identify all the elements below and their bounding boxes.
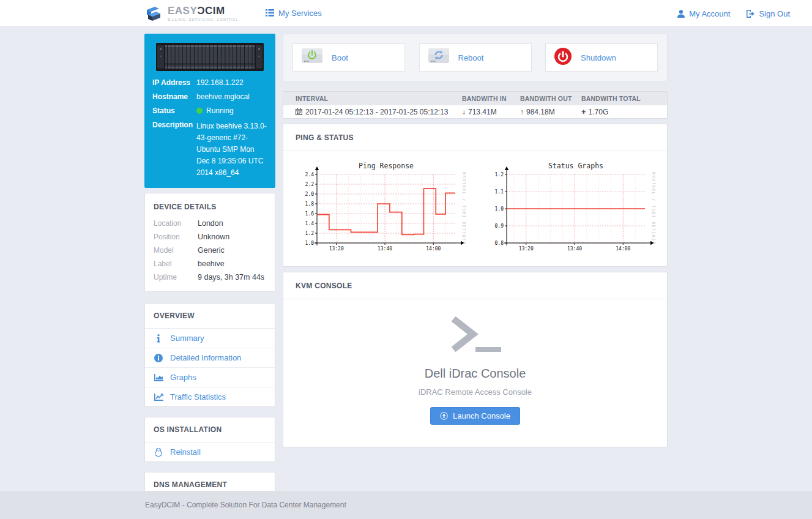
status-graph-chart: 0.80.91.01.11.213:2013:4014:00Status Gra…: [485, 161, 656, 254]
shutdown-button[interactable]: Shutdown: [545, 43, 658, 72]
arrow-circle-up-icon: [440, 412, 448, 420]
svg-text:1.2: 1.2: [305, 231, 314, 236]
nav-sign-out[interactable]: Sign Out: [746, 9, 790, 18]
sidebar-item-traffic-statistics[interactable]: Traffic Statistics: [145, 387, 275, 406]
overview-menu-title: OVERVIEW: [145, 304, 275, 329]
svg-text:1.4: 1.4: [305, 221, 314, 226]
bandwidth-table: INTERVAL BANDWITH IN BANDWITH OUT BANDWI…: [283, 91, 668, 119]
ping-status-title: PING & STATUS: [283, 124, 667, 151]
device-details-panel: DEVICE DETAILS Location London Position …: [144, 193, 275, 292]
detail-row-position: Position Unknown: [154, 233, 266, 241]
terminal-icon: [449, 316, 502, 354]
main-content: Boot Reboot: [283, 34, 668, 519]
svg-text:1.0: 1.0: [305, 241, 314, 246]
device-details-title: DEVICE DETAILS: [154, 203, 266, 211]
plus-icon: +: [581, 107, 586, 116]
sidebar-item-reinstall[interactable]: Reinstall: [145, 442, 275, 461]
svg-text:Ping Response: Ping Response: [358, 162, 413, 170]
bandwith-in-value: 713.41M: [468, 108, 497, 116]
linux-penguin-icon: [154, 448, 163, 457]
calendar-icon: [296, 108, 302, 115]
svg-text:1.0: 1.0: [494, 206, 504, 212]
col-interval: INTERVAL: [283, 95, 462, 102]
ping-status-panel: PING & STATUS 1.01.21.41.61.82.02.22.413…: [283, 124, 668, 267]
svg-text:13:20: 13:20: [518, 246, 533, 252]
nav-my-services[interactable]: My Services: [266, 9, 322, 18]
bandwidth-table-row: 2017-01-24 05:12:13 - 2017-01-25 05:12:1…: [283, 105, 667, 118]
status-label: Status: [152, 106, 196, 116]
detail-row-location: Location London: [154, 219, 266, 228]
reboot-icon: [428, 47, 450, 68]
col-bandwith-in: BANDWITH IN: [462, 95, 520, 102]
info-icon: [154, 334, 163, 343]
user-icon: [677, 10, 685, 18]
hostname-value: beehive.mglocal: [196, 92, 267, 102]
detail-row-uptime: Uptime 9 days, 3h 37m 44s: [154, 273, 266, 282]
bandwidth-table-header: INTERVAL BANDWITH IN BANDWITH OUT BANDWI…: [283, 92, 667, 105]
sidebar-item-summary[interactable]: Summary: [145, 329, 275, 348]
col-bandwith-total: BANDWITH TOTAL: [581, 95, 667, 102]
info-circle-icon: [154, 354, 163, 362]
nav-my-account[interactable]: My Account: [677, 9, 730, 18]
svg-text:0.9: 0.9: [494, 223, 504, 229]
svg-text:14:00: 14:00: [616, 246, 630, 252]
svg-text:14:00: 14:00: [426, 246, 441, 252]
logo-wordmark: EASYƆCIM: [168, 5, 225, 17]
kvm-heading: Dell iDrac Console: [283, 367, 667, 381]
launch-console-button[interactable]: Launch Console: [430, 407, 520, 425]
download-arrow-icon: ↓: [462, 108, 466, 116]
svg-text:2.0: 2.0: [305, 192, 314, 197]
kvm-console-title: KVM CONSOLE: [283, 272, 667, 299]
sidebar-item-detailed-information[interactable]: Detailed Information: [145, 348, 275, 368]
svg-text:13:20: 13:20: [329, 246, 343, 252]
svg-text:1.8: 1.8: [305, 201, 314, 207]
svg-text:RRDTOOL / TOBI OETIKER: RRDTOOL / TOBI OETIKER: [651, 172, 656, 245]
svg-text:13:40: 13:40: [567, 246, 581, 252]
svg-text:2.4: 2.4: [305, 172, 314, 177]
logo-tagline: BILLING. SERVICING. CONTROL.: [168, 18, 240, 21]
reboot-button[interactable]: Reboot: [419, 43, 532, 72]
sidebar-item-graphs[interactable]: Graphs: [145, 368, 275, 387]
top-header: EASYƆCIM BILLING. SERVICING. CONTROL. My…: [0, 0, 812, 27]
sign-out-icon: [746, 10, 754, 18]
boot-button[interactable]: Boot: [292, 43, 405, 72]
power-actions-panel: Boot Reboot: [283, 34, 668, 81]
easydcim-logo-icon: [144, 4, 163, 23]
svg-text:Status Graphs: Status Graphs: [548, 162, 603, 170]
description-label: Description: [152, 121, 196, 179]
detail-row-model: Model Generic: [154, 246, 266, 255]
shutdown-icon: [554, 47, 572, 68]
detail-row-label: Label beehive: [154, 260, 266, 268]
boot-icon: [301, 47, 323, 68]
os-installation-menu: OS INSTALLATION Reinstall: [144, 417, 275, 462]
svg-text:1.1: 1.1: [494, 189, 504, 195]
bandwith-out-value: 984.18M: [526, 108, 555, 116]
upload-arrow-icon: ↑: [520, 108, 524, 116]
ip-address-label: IP Address: [152, 78, 196, 88]
svg-text:1.6: 1.6: [305, 211, 314, 217]
overview-menu: OVERVIEW Summary Detailed Information Gr…: [144, 303, 275, 407]
footer-text: EasyDCIM - Complete Solution For Data Ce…: [0, 491, 812, 519]
svg-text:0.8: 0.8: [494, 241, 504, 246]
bandwith-total-value: 1.70G: [589, 108, 609, 116]
interval-value: 2017-01-24 05:12:13 - 2017-01-25 05:12:1…: [305, 108, 449, 116]
kvm-subheading: iDRAC Remote Access Console: [283, 387, 667, 397]
running-status-dot: [196, 108, 203, 114]
area-chart-icon: [154, 374, 163, 381]
ip-address-value: 192.168.1.222: [196, 78, 267, 88]
svg-text:1.2: 1.2: [494, 172, 504, 177]
line-chart-icon: [154, 394, 163, 401]
page-footer: EasyDCIM - Complete Solution For Data Ce…: [0, 491, 812, 519]
kvm-console-panel: KVM CONSOLE Dell iDrac Console iDRAC Rem…: [283, 272, 668, 447]
svg-text:2.2: 2.2: [305, 182, 314, 187]
col-bandwith-out: BANDWITH OUT: [520, 95, 581, 102]
sidebar: IP Address 192.168.1.222 Hostname beehiv…: [144, 34, 275, 519]
svg-text:RRDTOOL / TOBI OETIKER: RRDTOOL / TOBI OETIKER: [461, 172, 466, 245]
ping-response-chart: 1.01.21.41.61.82.02.22.413:2013:4014:00P…: [295, 161, 466, 254]
os-installation-menu-title: OS INSTALLATION: [145, 417, 275, 442]
svg-text:13:40: 13:40: [377, 246, 392, 252]
list-icon: [266, 9, 274, 17]
easydcim-logo[interactable]: EASYƆCIM BILLING. SERVICING. CONTROL.: [144, 4, 240, 23]
server-summary-panel: IP Address 192.168.1.222 Hostname beehiv…: [144, 34, 275, 188]
server-rack-image: [156, 43, 264, 71]
